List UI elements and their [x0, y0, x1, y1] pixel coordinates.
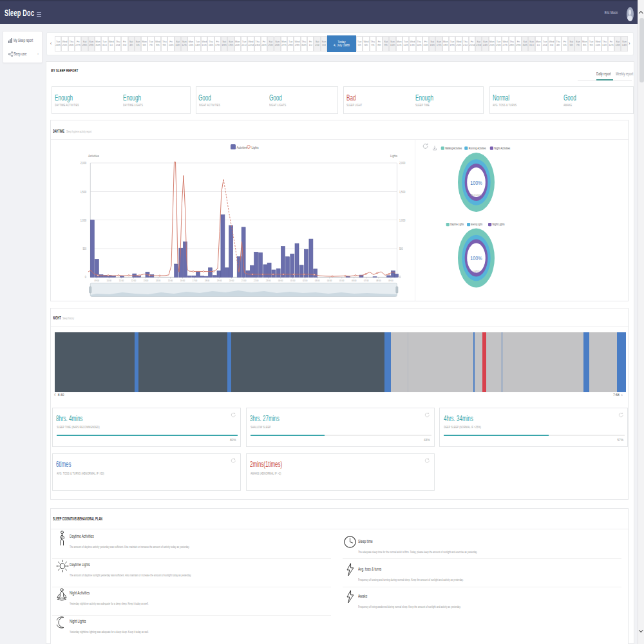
svg-text:04:00: 04:00	[327, 279, 332, 282]
svg-text:Lights: Lights	[473, 269, 480, 272]
svg-text:Night Activities: Night Activities	[494, 146, 510, 150]
svg-text:02:00: 02:00	[303, 279, 308, 282]
svg-text:14:00: 14:00	[156, 279, 161, 282]
svg-text:1,500: 1,500	[80, 190, 86, 194]
svg-text:11:00: 11:00	[119, 279, 124, 282]
svg-text:17:00: 17:00	[193, 279, 198, 282]
svg-text:05:00: 05:00	[339, 279, 345, 282]
svg-text:01:00: 01:00	[290, 279, 296, 282]
svg-text:Walking Activities: Walking Activities	[445, 146, 462, 150]
svg-text:09:00: 09:00	[388, 279, 393, 282]
svg-text:19:00: 19:00	[217, 279, 222, 282]
svg-text:Activities: Activities	[88, 154, 99, 158]
svg-text:03:00: 03:00	[315, 279, 320, 282]
svg-text:500: 500	[82, 247, 86, 251]
svg-text:10:00: 10:00	[107, 279, 112, 282]
svg-text:15:00: 15:00	[168, 279, 173, 282]
svg-text:500: 500	[399, 247, 403, 251]
svg-text:16:00: 16:00	[180, 279, 185, 282]
svg-text:06:00: 06:00	[352, 279, 357, 282]
svg-text:12:00: 12:00	[131, 279, 137, 282]
svg-text:08:00: 08:00	[376, 279, 381, 282]
svg-text:Activities: Activities	[471, 193, 482, 196]
svg-text:13:00: 13:00	[144, 279, 149, 282]
svg-text:0: 0	[399, 275, 401, 279]
svg-text:18:00: 18:00	[205, 279, 210, 282]
svg-text:1,000: 1,000	[80, 218, 86, 222]
svg-text:2,000: 2,000	[399, 161, 405, 165]
svg-text:23:00: 23:00	[266, 279, 271, 282]
svg-text:Lights: Lights	[252, 146, 259, 149]
svg-text:2,000: 2,000	[80, 161, 86, 165]
svg-text:100%: 100%	[470, 254, 482, 261]
svg-text:20:00: 20:00	[229, 279, 234, 282]
svg-text:Daytime Lights: Daytime Lights	[450, 222, 464, 226]
svg-text:Night Lights: Night Lights	[493, 222, 505, 226]
svg-text:Lights: Lights	[390, 154, 397, 158]
svg-text:Activities: Activities	[237, 146, 247, 149]
svg-text:00:00: 00:00	[278, 279, 283, 282]
svg-text:1,000: 1,000	[399, 218, 405, 222]
svg-text:0: 0	[85, 275, 86, 279]
svg-text:Running Activities: Running Activities	[469, 146, 486, 150]
svg-text:100%: 100%	[470, 179, 482, 186]
svg-text:09:00: 09:00	[95, 279, 100, 282]
svg-text:22:00: 22:00	[254, 279, 259, 282]
svg-text:Evening Lights: Evening Lights	[471, 222, 483, 226]
svg-text:1,500: 1,500	[399, 190, 405, 194]
svg-text:21:00: 21:00	[242, 279, 247, 282]
svg-text:07:00: 07:00	[364, 279, 369, 282]
